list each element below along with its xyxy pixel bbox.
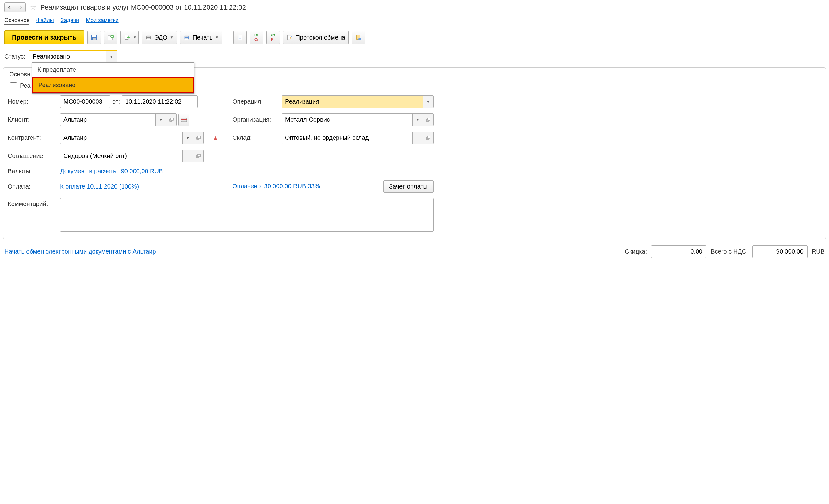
contractor-label: Контрагент: [8, 134, 55, 141]
status-select[interactable]: ▼ [29, 50, 117, 63]
operation-label: Операция: [232, 98, 277, 105]
warehouse-label: Склад: [232, 134, 277, 141]
section-tab-files[interactable]: Файлы [36, 17, 53, 25]
realized-checkbox[interactable] [10, 82, 17, 89]
currency-display: RUB [812, 248, 825, 255]
status-option-realized[interactable]: Реализовано [32, 77, 194, 93]
org-open[interactable] [423, 114, 433, 126]
svg-rect-24 [181, 119, 187, 120]
payment-link[interactable]: К оплате 10.11.2020 (100%) [60, 183, 139, 190]
reports-button[interactable] [233, 31, 247, 44]
open-icon [196, 154, 201, 158]
arrow-left-icon [8, 5, 12, 9]
arrow-right-icon [19, 5, 23, 9]
date-input[interactable] [122, 96, 198, 108]
section-tab-tasks[interactable]: Задачи [61, 17, 79, 25]
svg-rect-11 [185, 38, 188, 40]
agreement-label: Соглашение: [8, 152, 55, 159]
edo-button[interactable]: ЭДО ▼ [142, 31, 177, 44]
chevron-down-icon: ▼ [133, 35, 137, 40]
nav-forward-button[interactable] [15, 3, 26, 12]
exchange-protocol-button[interactable]: Протокол обмена [283, 31, 349, 44]
contractor-dropdown[interactable]: ▼ [182, 132, 193, 144]
agreement-input[interactable] [61, 150, 182, 162]
page-title: Реализация товаров и услуг МС00-000003 о… [40, 3, 246, 11]
chevron-down-icon: ▼ [215, 35, 219, 40]
dtkt-button[interactable]: ДтКт [266, 31, 280, 44]
contractor-open[interactable] [193, 132, 203, 144]
open-icon [426, 136, 430, 140]
drcr-button[interactable]: DrCr [250, 31, 263, 44]
exchange-icon [286, 34, 293, 41]
save-button[interactable] [87, 31, 101, 44]
total-input[interactable] [752, 245, 807, 258]
status-dropdown-toggle[interactable]: ▼ [106, 51, 117, 63]
save-icon [91, 34, 98, 41]
comment-textarea[interactable] [60, 198, 433, 232]
date-label: от: [112, 98, 120, 105]
agreement-open[interactable] [193, 150, 203, 162]
svg-rect-2 [93, 38, 96, 40]
open-icon [169, 118, 174, 122]
protocol-label: Протокол обмена [295, 34, 345, 41]
section-tab-main[interactable]: Основное [4, 17, 29, 25]
svg-rect-10 [185, 35, 188, 37]
status-input[interactable] [29, 50, 106, 63]
org-label: Организация: [232, 116, 277, 123]
payment-label: Оплата: [8, 183, 55, 190]
attach-icon [355, 34, 362, 41]
post-icon [107, 34, 114, 41]
total-label: Всего с НДС: [711, 248, 748, 255]
discount-input[interactable] [651, 245, 707, 258]
attach-button[interactable] [352, 31, 365, 44]
svg-rect-12 [238, 35, 242, 40]
payment-offset-button[interactable]: Зачет оплаты [383, 180, 433, 192]
client-open[interactable] [166, 114, 176, 126]
client-dropdown[interactable]: ▼ [155, 114, 166, 126]
org-dropdown[interactable]: ▼ [412, 114, 423, 126]
comment-label: Комментарий: [8, 198, 55, 208]
operation-input[interactable] [282, 96, 423, 108]
open-icon [196, 136, 201, 140]
warehouse-ellipsis[interactable]: ... [412, 132, 423, 144]
svg-rect-26 [428, 118, 430, 120]
status-option-prepay[interactable]: К предоплате [32, 63, 194, 77]
svg-rect-28 [198, 136, 200, 139]
svg-rect-22 [171, 118, 173, 120]
doc-arrow-icon [124, 34, 131, 41]
paid-link[interactable]: Оплачено: 30 000,00 RUB 33% [232, 183, 320, 190]
svg-rect-7 [147, 35, 150, 37]
client-label: Клиент: [8, 116, 55, 123]
card-button[interactable] [178, 114, 189, 126]
svg-rect-1 [92, 35, 96, 37]
svg-rect-16 [287, 35, 291, 40]
discount-label: Скидка: [625, 248, 647, 255]
create-based-on-button[interactable]: ▼ [120, 31, 139, 44]
card-icon [181, 117, 187, 122]
currency-label: Валюты: [8, 168, 55, 175]
nav-back-button[interactable] [5, 3, 15, 12]
section-tab-notes[interactable]: Мои заметки [86, 17, 119, 25]
agreement-ellipsis[interactable]: ... [182, 150, 193, 162]
svg-point-18 [358, 38, 361, 40]
number-input[interactable] [60, 95, 110, 108]
drcr-icon: DrCr [254, 33, 258, 42]
svg-rect-32 [198, 154, 200, 157]
warehouse-input[interactable] [282, 132, 412, 144]
contractor-input[interactable] [61, 132, 182, 144]
start-edo-link[interactable]: Начать обмен электронными документами с … [4, 248, 156, 255]
currency-link[interactable]: Документ и расчеты: 90 000,00 RUB [60, 168, 163, 174]
post-and-close-button[interactable]: Провести и закрыть [4, 30, 84, 44]
svg-rect-8 [147, 38, 150, 40]
post-button[interactable] [104, 31, 117, 44]
number-label: Номер: [8, 98, 55, 105]
client-input[interactable] [61, 114, 155, 126]
operation-dropdown[interactable]: ▼ [423, 96, 433, 108]
favorite-star-icon[interactable]: ☆ [30, 3, 36, 11]
status-label: Статус: [4, 53, 26, 60]
dtkt-icon: ДтКт [271, 33, 275, 42]
print-button[interactable]: Печать ▼ [180, 31, 222, 44]
warehouse-open[interactable] [423, 132, 433, 144]
checkbox-label: Реа [20, 82, 31, 89]
org-input[interactable] [282, 114, 412, 126]
